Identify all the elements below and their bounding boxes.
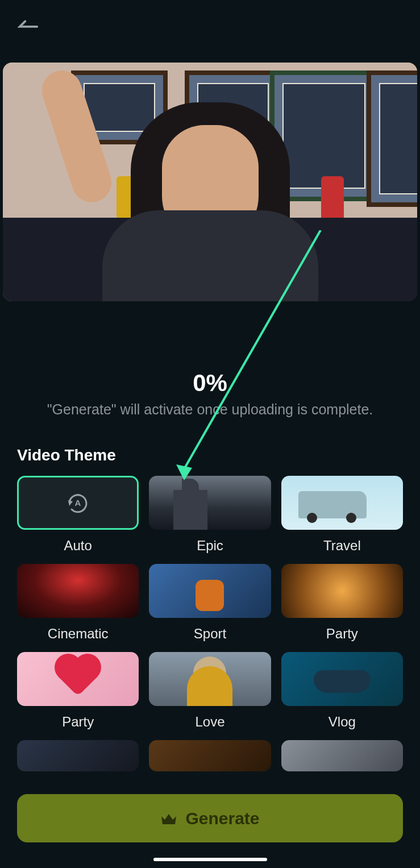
theme-item-sport[interactable]: Sport <box>149 564 271 642</box>
home-indicator[interactable] <box>153 858 267 861</box>
theme-item-epic[interactable]: Epic <box>149 476 271 554</box>
theme-item-party2[interactable]: Party <box>17 652 139 730</box>
theme-label: Sport <box>194 626 226 642</box>
svg-text:A: A <box>74 498 81 508</box>
generate-label: Generate <box>185 809 259 828</box>
theme-thumb-auto: A <box>17 476 139 530</box>
theme-thumb-partial <box>17 740 139 771</box>
theme-thumb-sport <box>149 564 271 618</box>
theme-thumb-partial <box>149 740 271 771</box>
theme-label: Party <box>326 626 358 642</box>
theme-thumb-partial <box>281 740 403 771</box>
upload-progress-percent: 0% <box>23 369 397 397</box>
theme-item-love[interactable]: Love <box>149 652 271 730</box>
theme-item-partial[interactable] <box>281 740 403 771</box>
theme-thumb-party <box>281 564 403 618</box>
theme-item-partial[interactable] <box>17 740 139 771</box>
theme-thumb-party2 <box>17 652 139 706</box>
theme-label: Vlog <box>328 714 356 730</box>
back-button[interactable] <box>17 17 40 34</box>
theme-label: Travel <box>323 538 361 554</box>
theme-item-cinematic[interactable]: Cinematic <box>17 564 139 642</box>
video-preview <box>3 63 417 301</box>
theme-item-vlog[interactable]: Vlog <box>281 652 403 730</box>
theme-item-auto[interactable]: A Auto <box>17 476 139 554</box>
theme-thumb-love <box>149 652 271 706</box>
theme-thumb-epic <box>149 476 271 530</box>
theme-label: Cinematic <box>48 626 109 642</box>
theme-label: Auto <box>64 538 92 554</box>
theme-item-travel[interactable]: Travel <box>281 476 403 554</box>
svg-marker-2 <box>68 500 73 506</box>
theme-thumb-travel <box>281 476 403 530</box>
theme-label: Epic <box>197 538 223 554</box>
theme-item-party[interactable]: Party <box>281 564 403 642</box>
crown-icon <box>160 812 177 825</box>
generate-button[interactable]: Generate <box>17 794 403 842</box>
theme-thumb-vlog <box>281 652 403 706</box>
theme-item-partial[interactable] <box>149 740 271 771</box>
theme-label: Love <box>195 714 224 730</box>
theme-label: Party <box>62 714 94 730</box>
theme-grid: A Auto Epic Travel Cinematic Sport Party <box>0 476 420 771</box>
section-title-video-theme: Video Theme <box>0 418 420 476</box>
upload-progress-hint: "Generate" will activate once uploading … <box>23 401 397 418</box>
back-arrow-icon <box>18 19 39 32</box>
theme-thumb-cinematic <box>17 564 139 618</box>
auto-icon: A <box>63 490 94 516</box>
